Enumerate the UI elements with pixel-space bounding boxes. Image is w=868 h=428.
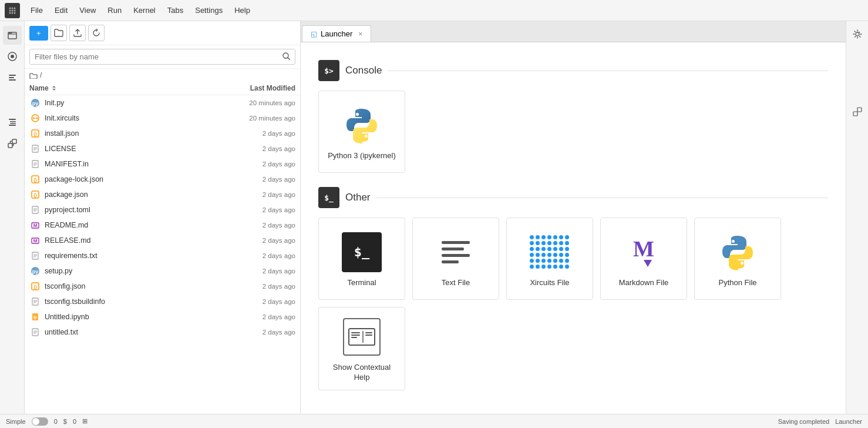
svg-rect-75 (351, 332, 360, 333)
file-type-icon: py (29, 265, 41, 277)
menu-help[interactable]: Help (228, 4, 256, 17)
list-item[interactable]: tsconfig.tsbuildinfo 2 days ago (25, 294, 300, 309)
svg-point-7 (12, 12, 14, 14)
list-item[interactable]: {} package.json 2 days ago (25, 187, 300, 202)
list-item[interactable]: pyproject.toml 2 days ago (25, 202, 300, 218)
menu-settings[interactable]: Settings (189, 4, 228, 17)
new-launcher-button[interactable]: + + (29, 26, 48, 41)
launcher-card-python3[interactable]: Python 3 (ipykernel) (318, 91, 405, 173)
list-item[interactable]: ip Untitled.ipynb 2 days ago (25, 309, 300, 325)
list-item[interactable]: py setup.py 2 days ago (25, 263, 300, 279)
breadcrumb-path: / (40, 71, 42, 79)
svg-point-70 (365, 135, 368, 138)
status-icon-dollar: $ (63, 418, 67, 425)
file-type-icon: py (29, 97, 41, 109)
tab-close-icon[interactable]: × (358, 30, 362, 38)
upload-button[interactable] (69, 25, 86, 41)
svg-point-2 (14, 7, 16, 9)
tab-launcher[interactable]: ◱ Launcher × (302, 25, 371, 42)
svg-rect-16 (10, 121, 16, 122)
list-item[interactable]: M RELEASE.md 2 days ago (25, 233, 300, 248)
section-header-console: $> Console (318, 60, 828, 81)
svg-point-6 (9, 12, 11, 14)
new-folder-button[interactable] (51, 25, 67, 41)
launcher-card-markdown[interactable]: M Markdown File (600, 218, 687, 300)
list-item[interactable]: Init.xircuits 20 minutes ago (25, 111, 300, 126)
menu-file[interactable]: File (25, 4, 49, 17)
file-date: 20 minutes ago (213, 115, 295, 122)
svg-text:py: py (32, 269, 39, 275)
svg-marker-71 (644, 260, 652, 267)
svg-rect-17 (10, 123, 16, 124)
file-browser: + + / (25, 21, 301, 414)
status-toggle[interactable] (32, 417, 48, 426)
list-item[interactable]: M README.md 2 days ago (25, 218, 300, 233)
sidebar-item-toc[interactable] (3, 113, 22, 132)
svg-point-27 (36, 118, 38, 119)
list-item[interactable]: requirements.txt 2 days ago (25, 248, 300, 263)
launcher-card-terminal[interactable]: $_ Terminal (318, 218, 405, 300)
refresh-button[interactable] (88, 25, 105, 41)
section-other: $_ Other $_ Terminal (318, 187, 828, 390)
xircuits-dot-grid (530, 235, 570, 269)
menu-tabs[interactable]: Tabs (162, 4, 189, 17)
file-name: package-lock.json (45, 175, 213, 183)
sidebar-item-extensions[interactable] (3, 134, 22, 153)
svg-text:M: M (33, 223, 38, 228)
list-item[interactable]: py Init.py 20 minutes ago (25, 95, 300, 111)
list-item[interactable]: LICENSE 2 days ago (25, 141, 300, 156)
left-sidebar-icons (0, 21, 25, 414)
sidebar-item-running[interactable] (3, 47, 22, 66)
col-modified-header[interactable]: Last Modified (213, 84, 295, 92)
file-type-icon: {} (29, 280, 41, 292)
tab-label: Launcher (321, 29, 352, 38)
list-item[interactable]: {} install.json 2 days ago (25, 126, 300, 141)
file-type-icon: M (29, 235, 41, 246)
menu-edit[interactable]: Edit (49, 4, 73, 17)
xircuits-label: Xircuits File (530, 278, 569, 288)
svg-rect-82 (857, 108, 862, 112)
section-divider-console (388, 71, 828, 71)
sidebar-item-files[interactable] (3, 26, 22, 45)
right-settings-icon[interactable] (849, 26, 866, 42)
other-section-icon: $_ (318, 187, 339, 208)
sidebar-item-commands[interactable] (3, 68, 22, 87)
search-input-wrap (29, 49, 295, 65)
launcher-card-pythonfile[interactable]: Python File (694, 218, 781, 300)
svg-text:ip: ip (33, 315, 37, 320)
menubar: File Edit View Run Kernel Tabs Settings … (0, 0, 868, 21)
tab-bar: ◱ Launcher × (301, 21, 846, 42)
search-button[interactable] (278, 50, 295, 64)
svg-text:{}: {} (33, 285, 37, 289)
right-extension-icon[interactable] (849, 103, 866, 120)
list-item[interactable]: {} package-lock.json 2 days ago (25, 172, 300, 187)
file-type-icon: {} (29, 189, 41, 200)
list-item[interactable]: MANIFEST.in 2 days ago (25, 156, 300, 172)
launcher-card-xircuits[interactable]: Xircuits File (506, 218, 593, 300)
tab-icon: ◱ (311, 30, 317, 38)
terminal-label: Terminal (347, 278, 376, 288)
svg-point-11 (11, 55, 14, 58)
right-sidebar (846, 21, 868, 414)
list-item[interactable]: {} tsconfig.json 2 days ago (25, 279, 300, 294)
col-name-header[interactable]: Name (29, 84, 213, 92)
menu-view[interactable]: View (73, 4, 102, 17)
menu-kernel[interactable]: Kernel (127, 4, 162, 17)
other-grid: $_ Terminal (318, 218, 828, 390)
list-item[interactable]: untitled.txt 2 days ago (25, 325, 300, 340)
menu-run[interactable]: Run (102, 4, 127, 17)
file-toolbar: + + (25, 21, 300, 45)
file-type-icon: {} (29, 128, 41, 139)
file-date: 2 days ago (213, 283, 295, 290)
launcher-card-contextual-help[interactable]: Show Contextual Help (318, 307, 405, 390)
svg-text:{}: {} (33, 193, 37, 198)
file-date: 2 days ago (213, 313, 295, 320)
python3-icon (342, 105, 382, 145)
svg-rect-12 (9, 75, 16, 76)
python3-label: Python 3 (ipykernel) (328, 151, 396, 161)
file-name: requirements.txt (45, 252, 213, 260)
status-count-1: 0 (54, 418, 58, 425)
search-input[interactable] (30, 49, 278, 64)
launcher-card-textfile[interactable]: Text File (412, 218, 499, 300)
file-type-icon (29, 326, 41, 338)
